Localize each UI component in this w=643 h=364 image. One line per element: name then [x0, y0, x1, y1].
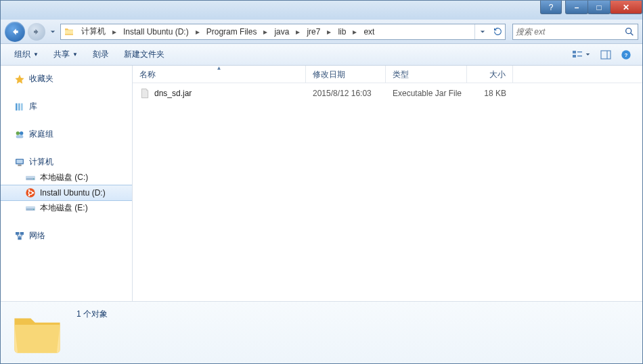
libraries-group[interactable]: 库	[1, 99, 132, 114]
homegroup-icon	[14, 129, 25, 140]
chevron-down-icon	[585, 52, 590, 57]
refresh-button[interactable]	[490, 24, 505, 39]
preview-pane-button[interactable]	[596, 47, 615, 62]
view-icon	[572, 50, 583, 60]
chevron-right-icon[interactable]: ▸	[193, 27, 202, 37]
file-date: 2015/8/12 16:03	[306, 89, 386, 98]
new-folder-button[interactable]: 新建文件夹	[117, 46, 171, 63]
breadcrumb-item[interactable]: ext	[359, 27, 378, 37]
minimize-button[interactable]: –	[565, 1, 588, 14]
chevron-right-icon[interactable]: ▸	[350, 27, 359, 37]
burn-button[interactable]: 刻录	[86, 46, 116, 63]
svg-point-12	[16, 131, 20, 135]
toolbar: 组织▼ 共享▼ 刻录 新建文件夹 ?	[1, 44, 642, 66]
view-options-button[interactable]	[567, 47, 595, 62]
column-headers: ▲名称 修改日期 类型 大小	[133, 66, 642, 83]
breadcrumb: 计算机▸ Install Ubuntu (D:)▸ Program Files▸…	[77, 24, 378, 39]
jar-file-icon	[139, 88, 150, 99]
svg-rect-5	[601, 51, 611, 59]
svg-rect-27	[26, 206, 35, 208]
address-dropdown[interactable]	[475, 24, 490, 39]
breadcrumb-item[interactable]: 计算机	[77, 26, 110, 37]
details-text: 1 个对象	[76, 306, 108, 320]
sort-asc-icon: ▲	[217, 65, 222, 71]
chevron-right-icon[interactable]: ▸	[261, 27, 270, 37]
svg-rect-31	[18, 237, 21, 240]
chevron-right-icon[interactable]: ▸	[293, 27, 303, 37]
svg-rect-11	[21, 103, 23, 110]
homegroup[interactable]: 家庭组	[1, 127, 132, 142]
search-input[interactable]	[516, 27, 624, 37]
svg-point-25	[28, 195, 30, 197]
help-toolbar-button[interactable]: ?	[617, 47, 636, 62]
svg-rect-3	[577, 51, 582, 53]
svg-rect-1	[573, 51, 576, 53]
back-button[interactable]	[5, 22, 25, 42]
drive-label: 本地磁盘 (E:)	[40, 202, 88, 214]
svg-point-24	[28, 189, 30, 191]
favorites-group[interactable]: 收藏夹	[1, 71, 132, 87]
computer-label: 计算机	[29, 156, 53, 168]
chevron-right-icon[interactable]: ▸	[324, 27, 334, 37]
column-type[interactable]: 类型	[386, 66, 467, 83]
close-icon: ✕	[623, 3, 629, 12]
maximize-icon: □	[596, 3, 601, 12]
help-icon: ?	[621, 49, 631, 60]
file-rows: dns_sd.jar 2015/8/12 16:03 Executable Ja…	[133, 83, 642, 104]
computer-icon	[14, 157, 25, 168]
breadcrumb-item[interactable]: jre7	[303, 27, 324, 37]
history-dropdown[interactable]	[48, 29, 58, 35]
forward-button[interactable]	[28, 23, 45, 41]
chevron-right-icon[interactable]: ▸	[110, 27, 119, 37]
drive-icon	[25, 203, 36, 214]
drive-icon	[25, 173, 36, 183]
title-bar: ? – □ ✕	[1, 1, 642, 20]
column-date[interactable]: 修改日期	[306, 66, 386, 83]
svg-rect-16	[16, 160, 22, 163]
file-row[interactable]: dns_sd.jar 2015/8/12 16:03 Executable Ja…	[133, 86, 642, 101]
column-name[interactable]: ▲名称	[133, 66, 306, 83]
drive-e[interactable]: 本地磁盘 (E:)	[1, 200, 132, 216]
file-name: dns_sd.jar	[154, 89, 192, 98]
search-box[interactable]	[512, 24, 638, 40]
address-bar[interactable]: 计算机▸ Install Ubuntu (D:)▸ Program Files▸…	[60, 24, 506, 40]
address-bar-buttons	[474, 24, 505, 39]
navigation-bar: 计算机▸ Install Ubuntu (D:)▸ Program Files▸…	[1, 20, 642, 44]
share-button[interactable]: 共享▼	[47, 46, 85, 63]
breadcrumb-item[interactable]: Program Files	[202, 27, 261, 37]
preview-pane-icon	[600, 50, 611, 60]
drive-c[interactable]: 本地磁盘 (C:)	[1, 170, 132, 185]
search-icon[interactable]	[624, 26, 635, 37]
arrow-right-icon	[32, 28, 41, 36]
arrow-left-icon	[10, 27, 20, 37]
minimize-icon: –	[575, 3, 579, 12]
organize-label: 组织	[14, 49, 30, 60]
svg-rect-29	[16, 232, 19, 235]
organize-button[interactable]: 组织▼	[7, 46, 45, 63]
svg-point-0	[626, 28, 631, 33]
maximize-button[interactable]: □	[587, 1, 611, 14]
drive-d[interactable]: Install Ubuntu (D:)	[1, 185, 132, 201]
details-pane: 1 个对象	[1, 301, 642, 363]
navigation-pane: 收藏夹 库 家庭组 计算机	[1, 66, 133, 301]
chevron-down-icon	[480, 29, 485, 35]
computer-group[interactable]: 计算机	[1, 154, 132, 170]
help-button[interactable]: ?	[540, 1, 562, 14]
drive-label: Install Ubuntu (D:)	[40, 188, 106, 198]
homegroup-label: 家庭组	[29, 129, 53, 140]
breadcrumb-item[interactable]: Install Ubuntu (D:)	[119, 27, 193, 37]
favorites-label: 收藏夹	[29, 73, 53, 85]
breadcrumb-item[interactable]: java	[270, 27, 293, 37]
drive-label: 本地磁盘 (C:)	[40, 172, 88, 183]
svg-rect-4	[577, 55, 582, 57]
star-icon	[14, 74, 25, 85]
refresh-icon	[493, 27, 502, 36]
network-group[interactable]: 网络	[1, 228, 132, 244]
explorer-body: 收藏夹 库 家庭组 计算机	[1, 66, 642, 301]
column-size[interactable]: 大小	[467, 66, 513, 83]
svg-rect-2	[573, 55, 576, 58]
breadcrumb-item[interactable]: lib	[334, 27, 350, 37]
svg-rect-14	[16, 135, 24, 138]
file-size: 18 KB	[467, 89, 513, 98]
close-button[interactable]: ✕	[610, 1, 642, 14]
